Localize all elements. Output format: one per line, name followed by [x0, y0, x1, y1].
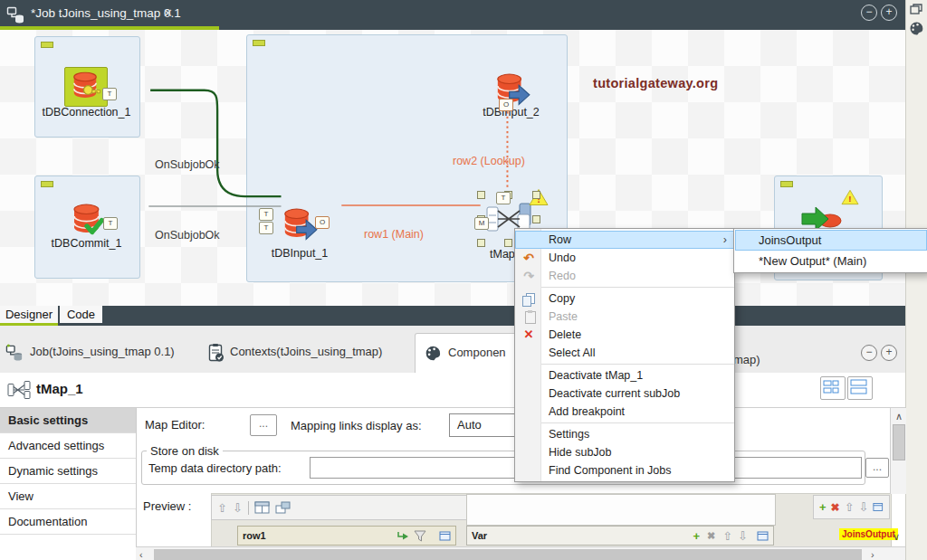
tab-component-label[interactable]: Componen [448, 346, 506, 359]
row1-panel-title: row1 [243, 530, 397, 541]
horizontal-scroll-thumb[interactable] [154, 549, 862, 560]
schema-view-icon[interactable] [275, 501, 291, 514]
move-up-icon[interactable]: ⇧ [845, 500, 855, 514]
filter-icon[interactable] [414, 530, 426, 542]
tdbinput1-label[interactable]: tDBInput_1 [259, 247, 340, 260]
component-title: tMap_1 [36, 381, 83, 396]
menu-item-paste[interactable]: Paste [515, 308, 734, 326]
move-up-icon[interactable]: ⇧ [722, 529, 732, 543]
submenu-arrow-icon: › [723, 231, 727, 249]
selection-handle[interactable] [532, 191, 540, 199]
onsubjobok-link-1[interactable] [150, 90, 281, 196]
move-down-icon[interactable]: ⇩ [738, 529, 748, 543]
tdbcommit-component-icon[interactable] [66, 201, 108, 239]
menu-item-undo[interactable]: ↶ Undo [515, 249, 734, 267]
add-icon[interactable]: + [819, 500, 827, 514]
close-icon[interactable]: ✕ [163, 6, 173, 20]
nav-advanced-settings[interactable]: Advanced settings [0, 433, 136, 459]
vertical-scrollbar[interactable]: ∧ [890, 408, 906, 494]
port-output[interactable]: O [499, 99, 513, 111]
nav-view[interactable]: View [0, 484, 136, 509]
tdbinput1-component-icon[interactable] [279, 205, 319, 243]
menu-item-deactivate-tmap[interactable]: Deactivate tMap_1 [515, 366, 734, 384]
tdbconnection-label[interactable]: tDBConnection_1 [34, 106, 139, 119]
map-editor-label: Map Editor: [145, 418, 205, 432]
tab-contexts-label[interactable]: Contexts(tJoins_using_tmap) [230, 345, 382, 358]
selection-handle[interactable] [477, 191, 485, 199]
menu-item-copy[interactable]: Copy [515, 289, 734, 308]
submenu-item-new-output[interactable]: *New Output* (Main) [735, 251, 927, 271]
var-panel-header[interactable]: Var + ✖ ⇧ ⇩ [466, 526, 774, 546]
nav-basic-settings[interactable]: Basic settings [0, 408, 136, 433]
var-expression-area[interactable] [466, 494, 776, 526]
menu-item-hide-subjob[interactable]: Hide subJob [515, 443, 734, 461]
tdbconnection-component-icon[interactable] [64, 67, 108, 107]
row1-label[interactable]: row1 (Main) [364, 228, 424, 241]
port-trigger[interactable]: T [496, 192, 511, 204]
menu-item-deactivate-subjob[interactable]: Deactivate current subJob [515, 384, 734, 403]
palette-icon[interactable] [909, 21, 924, 36]
layout-horizontal-button[interactable] [820, 376, 846, 400]
temp-path-browse-button[interactable]: ... [865, 458, 889, 478]
scroll-left-icon[interactable]: ‹ [139, 548, 143, 560]
tab-contexts[interactable]: Contexts(tJoins_using_tmap) [203, 337, 413, 373]
tab-code[interactable]: Code [60, 306, 102, 323]
temp-path-label: Temp data directory path: [148, 461, 282, 475]
port-trigger[interactable]: T [259, 208, 273, 221]
scroll-up-icon[interactable]: ∧ [895, 410, 903, 422]
add-icon[interactable]: + [693, 529, 700, 543]
menu-item-delete[interactable]: ✕ Delete [515, 326, 734, 344]
tmap-header-icon [7, 378, 31, 402]
port-trigger[interactable]: T [259, 222, 273, 234]
tab-designer[interactable]: Designer [0, 306, 58, 326]
joins-output-chip[interactable]: JoinsOutput [839, 528, 898, 540]
nav-dynamic-settings[interactable]: Dynamic settings [0, 459, 136, 484]
selection-handle[interactable] [504, 239, 512, 247]
port-trigger[interactable]: T [103, 217, 118, 230]
palette-strip[interactable] [905, 0, 927, 560]
selection-handle[interactable] [532, 215, 540, 223]
port-main[interactable]: M [474, 217, 489, 230]
port-output[interactable]: O [315, 216, 330, 229]
expand-panel-button[interactable]: + [881, 345, 897, 361]
menu-item-add-breakpoint[interactable]: Add breakpoint [515, 403, 734, 421]
chevron-down-icon[interactable]: ∨ [893, 530, 900, 543]
layout-vertical-button[interactable] [847, 376, 873, 400]
row1-panel-header[interactable]: row1 [237, 526, 456, 546]
selection-handle[interactable] [477, 239, 485, 247]
menu-item-settings[interactable]: Settings [515, 425, 734, 443]
minimize-panel-button[interactable]: − [861, 5, 877, 21]
table-view-icon[interactable] [254, 501, 270, 514]
menu-item-select-all[interactable]: Select All [515, 344, 734, 362]
submenu-item-joinsoutput[interactable]: JoinsOutput [735, 230, 927, 251]
talend-window: *Job tJoins_using_tmap 0.1 ✕ − + [0, 0, 927, 560]
scroll-right-icon[interactable]: › [871, 548, 874, 560]
menu-separator [515, 364, 734, 365]
window-icon[interactable] [757, 531, 769, 541]
tab-job[interactable]: Job(tJoins_using_tmap 0.1) [0, 337, 201, 373]
expand-arrow-icon[interactable] [397, 530, 410, 542]
menu-item-find-component[interactable]: Find Component in Jobs [515, 461, 734, 479]
maximize-panel-button[interactable]: + [881, 5, 897, 21]
remove-icon[interactable]: ✖ [831, 501, 840, 514]
tab-job-label[interactable]: Job(tJoins_using_tmap 0.1) [30, 345, 175, 358]
restore-panel-icon[interactable] [910, 4, 923, 15]
move-up-icon[interactable]: ⇧ [217, 501, 227, 515]
vertical-scroll-thumb[interactable] [893, 424, 905, 460]
move-down-icon[interactable]: ⇩ [233, 501, 243, 515]
window-icon[interactable] [873, 502, 884, 512]
port-trigger[interactable]: T [102, 88, 117, 100]
menu-item-redo[interactable]: ↷ Redo [515, 267, 734, 285]
editor-tab-title[interactable]: *Job tJoins_using_tmap 0.1 [31, 6, 181, 20]
tab-run-label-fragment[interactable]: map) [733, 353, 760, 366]
collapse-panel-button[interactable]: − [861, 345, 877, 361]
horizontal-scrollbar[interactable]: ‹ › [136, 546, 905, 560]
remove-icon[interactable]: ✖ [707, 530, 715, 542]
row2-label[interactable]: row2 (Lookup) [453, 155, 525, 167]
nav-documentation[interactable]: Documentation [0, 509, 136, 535]
tdbcommit-label[interactable]: tDBCommit_1 [34, 237, 139, 250]
move-down-icon[interactable]: ⇩ [859, 500, 869, 514]
map-editor-browse-button[interactable]: ... [250, 414, 277, 436]
menu-item-row[interactable]: Row › [515, 231, 734, 249]
window-icon[interactable] [439, 531, 451, 541]
